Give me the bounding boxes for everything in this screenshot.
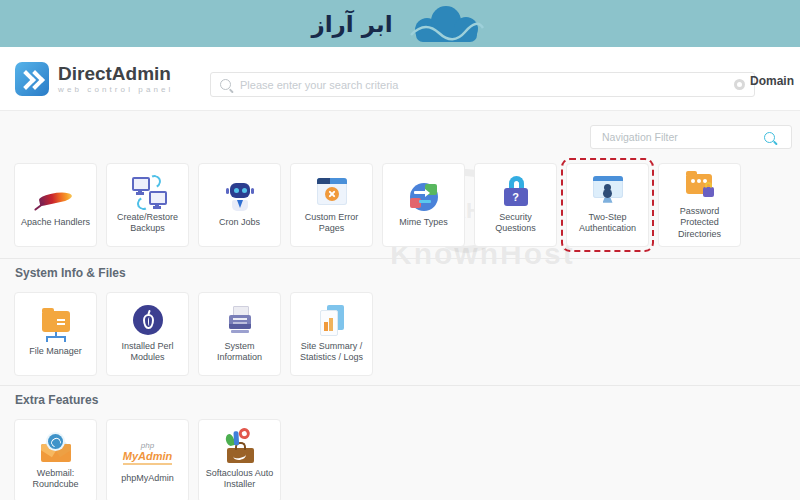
tile-label: Cron Jobs bbox=[216, 217, 263, 228]
tile-installed-perl-modules[interactable]: Installed Perl Modules bbox=[106, 292, 189, 376]
tile-create-restore-backups[interactable]: Create/Restore Backups bbox=[106, 163, 189, 247]
section-divider bbox=[0, 385, 800, 386]
search-settings-icon[interactable] bbox=[734, 79, 745, 90]
system-printer-icon bbox=[220, 305, 260, 337]
tile-phpmyadmin[interactable]: phpMyAdminphpMyAdmin bbox=[106, 419, 189, 500]
cloud-logo-icon bbox=[403, 4, 489, 44]
navigation-filter[interactable] bbox=[590, 125, 792, 149]
phpmyadmin-logo-icon: phpMyAdmin bbox=[128, 437, 168, 469]
softaculous-toolbox-icon bbox=[220, 432, 260, 464]
brand-logo-text: ابر آراز bbox=[311, 11, 392, 37]
section-divider bbox=[0, 258, 800, 259]
error-page-icon bbox=[312, 176, 352, 208]
tile-softaculous-auto-installer[interactable]: Softaculous Auto Installer bbox=[198, 419, 281, 500]
tile-site-summary-statistics-logs[interactable]: Site Summary / Statistics / Logs bbox=[290, 292, 373, 376]
file-manager-folder-icon bbox=[36, 310, 76, 342]
tile-grid-advanced-features: Apache HandlersCreate/Restore BackupsCro… bbox=[14, 163, 741, 247]
logo-subtitle: web control panel bbox=[58, 85, 173, 94]
tile-label: Softaculous Auto Installer bbox=[199, 468, 280, 491]
tile-label: Mime Types bbox=[396, 217, 450, 228]
perl-onion-icon bbox=[128, 305, 168, 337]
tile-webmail-roundcube[interactable]: Webmail: Roundcube bbox=[14, 419, 97, 500]
search-icon bbox=[220, 79, 231, 90]
filter-search-icon bbox=[764, 132, 775, 143]
tile-apache-handlers[interactable]: Apache Handlers bbox=[14, 163, 97, 247]
section-title-system-info: System Info & Files bbox=[15, 266, 126, 280]
domain-menu[interactable]: Domain bbox=[750, 74, 794, 88]
security-lock-icon bbox=[496, 176, 536, 208]
tile-label: Installed Perl Modules bbox=[107, 341, 188, 364]
tile-label: Custom Error Pages bbox=[291, 212, 372, 235]
apache-feather-icon bbox=[36, 181, 76, 213]
logo-title: DirectAdmin bbox=[58, 64, 173, 83]
tile-security-questions[interactable]: Security Questions bbox=[474, 163, 557, 247]
tile-label: File Manager bbox=[26, 346, 85, 357]
tile-system-information[interactable]: System Information bbox=[198, 292, 281, 376]
top-banner: ابر آراز bbox=[0, 0, 800, 47]
directadmin-logo[interactable]: DirectAdmin web control panel bbox=[15, 62, 173, 96]
tile-custom-error-pages[interactable]: Custom Error Pages bbox=[290, 163, 373, 247]
tile-grid-system-info: File ManagerInstalled Perl ModulesSystem… bbox=[14, 292, 373, 376]
tile-file-manager[interactable]: File Manager bbox=[14, 292, 97, 376]
folder-lock-icon bbox=[680, 170, 720, 202]
cron-robot-icon bbox=[220, 181, 260, 213]
section-title-extra-features: Extra Features bbox=[15, 393, 98, 407]
tile-cron-jobs[interactable]: Cron Jobs bbox=[198, 163, 281, 247]
tile-password-protected-directories[interactable]: Password Protected Directories bbox=[658, 163, 741, 247]
tile-grid-extra-features: Webmail: RoundcubephpMyAdminphpMyAdminSo… bbox=[14, 419, 281, 500]
tile-two-step-authentication[interactable]: Two-Step Authentication bbox=[566, 163, 649, 247]
mime-types-icon bbox=[404, 181, 444, 213]
tile-mime-types[interactable]: Mime Types bbox=[382, 163, 465, 247]
backup-monitors-icon bbox=[128, 176, 168, 208]
search-input[interactable] bbox=[238, 78, 734, 92]
tile-label: Security Questions bbox=[475, 212, 556, 235]
tile-label: Webmail: Roundcube bbox=[15, 468, 96, 491]
tile-label: Two-Step Authentication bbox=[567, 212, 648, 235]
tile-label: Site Summary / Statistics / Logs bbox=[291, 341, 372, 364]
two-step-monitor-icon bbox=[588, 176, 628, 208]
tile-label: Password Protected Directories bbox=[659, 206, 740, 240]
tile-label: System Information bbox=[199, 341, 280, 364]
webmail-envelope-icon bbox=[36, 432, 76, 464]
tile-label: phpMyAdmin bbox=[118, 473, 177, 484]
directadmin-logo-icon bbox=[15, 62, 49, 96]
navigation-filter-input[interactable] bbox=[600, 130, 764, 144]
main-content: KH KnownHost Apache HandlersCreate/Resto… bbox=[0, 111, 800, 500]
stats-pages-icon bbox=[312, 305, 352, 337]
tile-label: Apache Handlers bbox=[18, 217, 93, 228]
app-header: DirectAdmin web control panel Domain bbox=[0, 47, 800, 111]
global-search[interactable] bbox=[210, 72, 755, 97]
tile-label: Create/Restore Backups bbox=[107, 212, 188, 235]
